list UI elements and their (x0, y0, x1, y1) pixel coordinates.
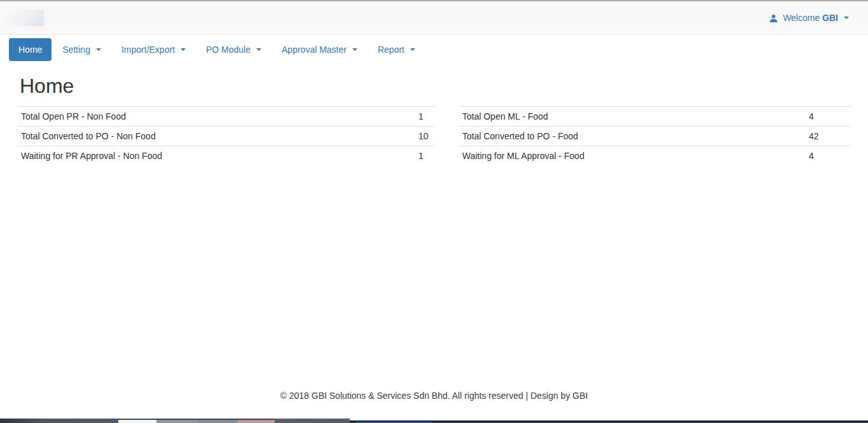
sliver-segment (198, 419, 238, 423)
stat-value: 1 (415, 146, 434, 166)
nav-item-label: PO Module (206, 44, 251, 55)
nav-item-report[interactable]: Report (368, 38, 425, 61)
footer-copyright: © 2018 GBI Solutions & Services Sdn Bhd.… (0, 391, 868, 401)
stat-value: 4 (806, 146, 850, 166)
table-row: Total Converted to PO - Food42 (459, 127, 850, 146)
stat-label: Waiting for ML Approval - Food (459, 146, 806, 166)
stats-section: Total Open PR - Non Food1Total Converted… (0, 106, 868, 165)
page-title: Home (0, 75, 868, 97)
nav-item-po-module[interactable]: PO Module (196, 38, 271, 61)
user-icon (769, 13, 778, 23)
nav-item-label: Import/Export (121, 44, 175, 55)
nav-item-approval-master[interactable]: Approval Master (272, 38, 367, 61)
stat-value: 4 (806, 107, 850, 127)
welcome-text: Welcome GBI (783, 13, 838, 23)
sliver-segment (118, 419, 156, 423)
underlying-window-sliver (0, 419, 868, 423)
nav-item-label: Home (18, 44, 42, 55)
caret-down-icon (410, 48, 415, 51)
main-navbar: HomeSettingImport/ExportPO ModuleApprova… (0, 35, 868, 61)
stats-table-food: Total Open ML - Food4Total Converted to … (459, 106, 850, 165)
sliver-segment (238, 419, 275, 423)
nav-item-import-export[interactable]: Import/Export (112, 38, 195, 61)
stat-label: Total Open PR - Non Food (18, 107, 415, 127)
caret-down-icon (256, 48, 261, 51)
table-row: Total Open PR - Non Food1 (18, 107, 434, 127)
header: Welcome GBI (0, 1, 868, 35)
stat-value: 10 (415, 127, 434, 146)
nav-item-label: Approval Master (282, 44, 347, 55)
table-row: Total Open ML - Food4 (459, 107, 850, 127)
table-row: Total Converted to PO - Non Food10 (18, 127, 434, 146)
nav-item-label: Report (378, 44, 404, 55)
caret-down-icon (96, 48, 101, 51)
table-row: Waiting for ML Approval - Food4 (459, 146, 850, 166)
caret-down-icon (844, 17, 849, 19)
nav-item-setting[interactable]: Setting (53, 38, 111, 61)
stat-label: Total Converted to PO - Food (459, 127, 806, 146)
stats-table-non-food: Total Open PR - Non Food1Total Converted… (18, 106, 434, 165)
nav-item-label: Setting (62, 44, 90, 55)
stat-label: Total Open ML - Food (459, 107, 806, 127)
stat-label: Total Converted to PO - Non Food (18, 127, 415, 146)
nav-item-home[interactable]: Home (9, 38, 52, 61)
stat-value: 42 (806, 127, 850, 146)
table-row: Waiting for PR Approval - Non Food1 (18, 146, 434, 166)
caret-down-icon (352, 48, 357, 51)
username: GBI (822, 13, 838, 23)
stat-label: Waiting for PR Approval - Non Food (18, 146, 415, 166)
company-logo (2, 10, 44, 26)
caret-down-icon (181, 48, 186, 51)
sliver-segment (156, 419, 198, 423)
stat-value: 1 (415, 107, 434, 127)
user-menu-dropdown[interactable]: Welcome GBI (769, 13, 849, 23)
